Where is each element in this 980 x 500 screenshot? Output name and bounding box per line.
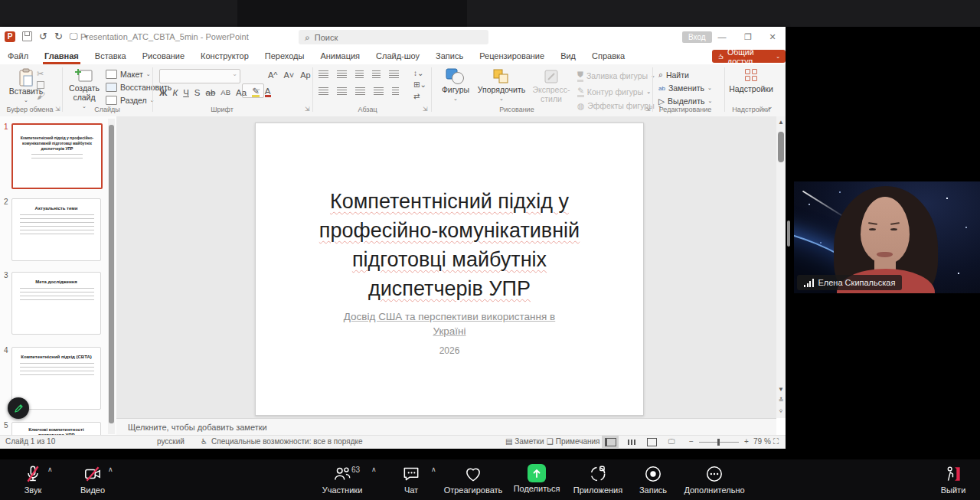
paragraph-dialog-launcher[interactable]: ⇲ bbox=[423, 106, 428, 113]
undo-icon[interactable]: ↺ bbox=[39, 31, 47, 42]
align-left-icon[interactable] bbox=[318, 87, 328, 95]
highlight-color-button[interactable]: ✎ bbox=[252, 87, 260, 97]
signin-button[interactable]: Вход bbox=[682, 31, 712, 43]
language-indicator[interactable]: русский bbox=[157, 437, 185, 446]
thumbnail-scrollbar[interactable] bbox=[108, 119, 115, 434]
apps-button[interactable]: Приложения bbox=[573, 464, 623, 495]
format-painter-icon[interactable]: 🖌 bbox=[37, 91, 45, 101]
grow-font-button[interactable]: А^ bbox=[268, 70, 278, 80]
accessibility-status[interactable]: Специальные возможности: все в порядке bbox=[211, 437, 363, 446]
copy-icon[interactable] bbox=[37, 81, 44, 89]
align-text-icon[interactable]: ⊞⌄ bbox=[413, 80, 426, 89]
replace-button[interactable]: ab Заменить ⌄ bbox=[658, 83, 712, 93]
clear-formatting-button[interactable]: Ар bbox=[300, 70, 310, 80]
slide-year[interactable]: 2026 bbox=[256, 345, 643, 356]
arrange-button[interactable]: Упорядочить ⌄ bbox=[476, 68, 527, 103]
tab-file[interactable]: Файл bbox=[8, 51, 28, 60]
maximize-button[interactable]: ❐ bbox=[741, 30, 755, 44]
shape-outline-button[interactable]: ✎ Контур фигуры ⌄ bbox=[577, 86, 662, 97]
previous-slide-button[interactable]: ≛ bbox=[776, 397, 786, 404]
justify-icon[interactable] bbox=[374, 87, 384, 95]
video-options-chevron[interactable]: ∧ bbox=[108, 466, 113, 473]
slide-canvas[interactable]: Компетентнісний підхід у професійно-кому… bbox=[255, 123, 644, 416]
video-panel-scrollbar[interactable] bbox=[787, 221, 790, 247]
quick-styles-button[interactable]: Экспресс-стили bbox=[530, 68, 573, 103]
normal-view-button[interactable] bbox=[602, 436, 619, 448]
tab-insert[interactable]: Вставка bbox=[95, 51, 126, 60]
font-dialog-launcher[interactable]: ⇲ bbox=[305, 106, 310, 113]
scroll-down-icon[interactable]: ▼ bbox=[776, 386, 786, 393]
scroll-up-icon[interactable]: ▲ bbox=[776, 119, 786, 126]
text-shadow-button[interactable]: S bbox=[194, 88, 201, 97]
tab-view[interactable]: Вид bbox=[560, 51, 576, 60]
increase-indent-icon[interactable] bbox=[372, 70, 381, 78]
more-button[interactable]: Дополнительно bbox=[681, 464, 747, 495]
align-center-icon[interactable] bbox=[337, 87, 347, 95]
annotation-pencil-button[interactable] bbox=[8, 397, 29, 419]
strikethrough-button[interactable]: ab bbox=[206, 88, 216, 97]
redo-icon[interactable]: ↻ bbox=[54, 31, 63, 42]
powerpoint-logo-icon[interactable]: P bbox=[5, 31, 15, 42]
new-slide-button[interactable]: Создать слайд ⌄ bbox=[66, 68, 103, 111]
character-spacing-button[interactable]: АВ bbox=[220, 88, 230, 96]
comments-toggle[interactable]: ❑ Примечания bbox=[547, 437, 599, 446]
bullets-icon[interactable] bbox=[318, 70, 328, 78]
drawing-dialog-launcher[interactable]: ⇲ bbox=[645, 106, 651, 113]
tab-home[interactable]: Главная bbox=[44, 51, 79, 60]
font-name-combo[interactable] bbox=[159, 69, 240, 83]
select-button[interactable]: ▷ Выделить ⌄ bbox=[658, 96, 712, 106]
shapes-button[interactable]: Фигуры ⌄ bbox=[436, 68, 475, 103]
find-button[interactable]: ⌕ Найти bbox=[658, 70, 712, 80]
slide-sorter-view-button[interactable] bbox=[623, 436, 640, 448]
clipboard-dialog-launcher[interactable]: ⇲ bbox=[55, 106, 60, 113]
change-case-button[interactable]: Аа bbox=[236, 88, 247, 97]
minimize-button[interactable]: — bbox=[715, 30, 729, 44]
zoom-in-button[interactable]: + bbox=[744, 437, 749, 446]
columns-icon[interactable] bbox=[392, 87, 399, 95]
tab-help[interactable]: Справка bbox=[592, 51, 625, 60]
participant-video-feed[interactable]: Елена Скипальская bbox=[794, 181, 980, 293]
bold-button[interactable]: Ж bbox=[159, 88, 167, 97]
slideshow-view-button[interactable]: 🖵 bbox=[663, 436, 680, 448]
underline-button[interactable]: Ч bbox=[183, 88, 189, 97]
zoom-out-button[interactable]: − bbox=[689, 437, 694, 446]
react-button[interactable]: Отреагировать bbox=[443, 464, 504, 495]
shape-fill-button[interactable]: ⛊ Заливка фигуры ⌄ bbox=[577, 70, 662, 82]
notes-toggle[interactable]: ▤ Заметки bbox=[505, 437, 544, 446]
tab-draw[interactable]: Рисование bbox=[142, 51, 185, 60]
leave-button[interactable]: Выйти bbox=[936, 464, 971, 495]
tab-design[interactable]: Конструктор bbox=[201, 51, 249, 60]
tab-transitions[interactable]: Переходы bbox=[265, 51, 305, 60]
zoom-slider[interactable] bbox=[699, 442, 739, 443]
font-color-button[interactable]: А bbox=[265, 87, 271, 97]
slide-thumbnail-3[interactable]: Мета дослідження bbox=[11, 272, 101, 335]
zoom-percentage[interactable]: 79 % bbox=[753, 437, 771, 446]
slide-subtitle[interactable]: Досвід США та перспективи використання в… bbox=[256, 309, 643, 338]
numbering-icon[interactable] bbox=[337, 70, 347, 78]
slide-area-scrollbar[interactable]: ▲ ▼ ≛ ⩒ bbox=[776, 116, 786, 418]
participants-button[interactable]: 63 Участники bbox=[318, 464, 367, 495]
participants-options-chevron[interactable]: ∧ bbox=[371, 466, 377, 473]
slide-title[interactable]: Компетентнісний підхід у професійно-кому… bbox=[256, 187, 643, 303]
italic-button[interactable]: К bbox=[172, 88, 178, 97]
tab-record[interactable]: Запись bbox=[436, 51, 463, 60]
reading-view-button[interactable] bbox=[643, 436, 660, 448]
slide-thumbnail-1[interactable]: Компетентнісний підхід у професійно-кому… bbox=[11, 123, 103, 189]
zoom-slider-thumb[interactable] bbox=[717, 439, 720, 446]
close-button[interactable]: ✕ bbox=[766, 30, 779, 44]
shrink-font-button[interactable]: А˅ bbox=[284, 70, 295, 80]
collapse-ribbon-icon[interactable]: ⌄ bbox=[767, 103, 773, 110]
fit-slide-button[interactable]: ⛶ bbox=[773, 437, 779, 446]
tab-review[interactable]: Рецензирование bbox=[479, 51, 544, 60]
text-direction-icon[interactable]: ↕⌄ bbox=[413, 69, 426, 77]
addins-button[interactable]: Надстройки bbox=[729, 69, 773, 93]
save-icon[interactable] bbox=[22, 31, 32, 41]
present-icon[interactable]: 🖵 bbox=[70, 31, 78, 41]
share-access-button[interactable]: 🖒 Общий доступ ⌄ bbox=[712, 50, 786, 63]
slide-thumbnail-2[interactable]: Актуальність теми bbox=[11, 198, 101, 261]
line-spacing-icon[interactable] bbox=[389, 70, 399, 78]
audio-options-chevron[interactable]: ∧ bbox=[47, 466, 53, 473]
section-button[interactable]: Раздел ⌄ bbox=[106, 96, 155, 105]
chat-button[interactable]: Чат bbox=[394, 464, 428, 495]
slide-counter[interactable]: Слайд 1 из 10 bbox=[5, 437, 55, 446]
